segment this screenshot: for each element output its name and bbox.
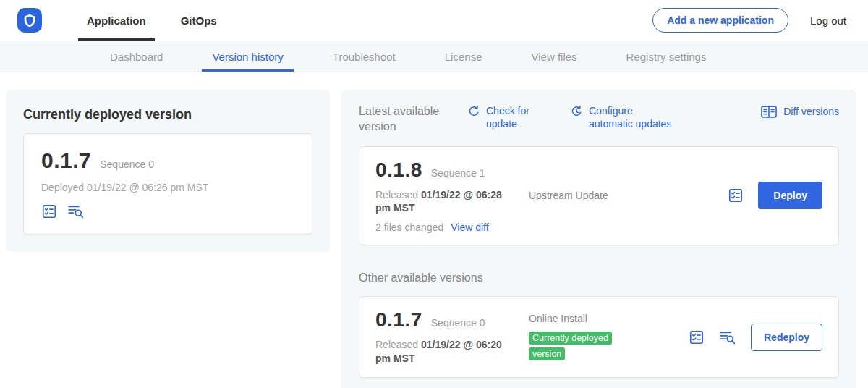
latest-version-number: 0.1.8 — [375, 159, 422, 182]
app-subnav: Dashboard Version history Troubleshoot L… — [0, 41, 868, 72]
release-notes-icon[interactable] — [728, 187, 744, 203]
files-changed-label: 2 files changed — [375, 222, 443, 233]
subnav-label-registry-settings: Registry settings — [626, 51, 707, 63]
check-for-update-label: Check for update — [486, 104, 538, 130]
subnav-item-dashboard[interactable]: Dashboard — [85, 41, 187, 72]
subnav-label-version-history: Version history — [212, 51, 283, 63]
top-navbar: Application GitOps Add a new application… — [0, 0, 868, 41]
refresh-icon — [467, 104, 480, 130]
release-notes-icon[interactable] — [689, 329, 705, 345]
diff-versions-action[interactable]: Diff versions — [760, 104, 839, 119]
tab-application[interactable]: Application — [69, 0, 163, 41]
latest-version-row: 0.1.8 Sequence 1 — [375, 159, 529, 182]
auto-update-clock-icon — [570, 104, 583, 130]
diff-versions-label: Diff versions — [783, 105, 839, 118]
check-for-update-action[interactable]: Check for update — [467, 104, 538, 130]
deployed-version-row: 0.1.7 Sequence 0 — [41, 148, 294, 173]
deployed-sequence-label: Sequence 0 — [100, 159, 154, 170]
tab-gitops-label: GitOps — [181, 14, 217, 27]
other-released-timestamp: Released 01/19/22 @ 06:20 pm MST — [375, 338, 513, 366]
view-logs-icon[interactable] — [67, 203, 85, 219]
latest-release-actions: Deploy — [728, 182, 822, 209]
subnav-item-version-history[interactable]: Version history — [187, 41, 307, 72]
latest-panel-header: Latest available version Check for updat… — [359, 104, 839, 135]
deployed-card-actions — [41, 203, 294, 219]
shield-logo-icon — [22, 12, 38, 28]
latest-release-info: 0.1.8 Sequence 1 Released 01/19/22 @ 06:… — [375, 159, 529, 234]
configure-updates-label: Configure automatic updates — [589, 104, 679, 130]
currently-deployed-title: Currently deployed version — [23, 107, 312, 122]
release-notes-icon[interactable] — [41, 203, 57, 219]
app-logo[interactable] — [17, 8, 42, 33]
deployed-badge-wrap: Currently deployed version — [529, 330, 624, 361]
other-versions-title: Other available versions — [359, 271, 839, 284]
subnav-label-dashboard: Dashboard — [110, 51, 163, 63]
configure-updates-action[interactable]: Configure automatic updates — [570, 104, 679, 130]
other-release-source: Online Install — [529, 313, 689, 324]
topnav-right: Add a new application Log out — [652, 8, 846, 33]
released-prefix: Released — [375, 189, 418, 201]
currently-deployed-badge: Currently deployed version — [529, 332, 612, 360]
subnav-item-view-files[interactable]: View files — [506, 41, 601, 72]
latest-available-title: Latest available version — [359, 104, 467, 135]
released-prefix: Released — [375, 339, 418, 350]
other-release-source-block: Online Install Currently deployed versio… — [529, 313, 689, 361]
subnav-label-view-files: View files — [531, 51, 576, 63]
other-version-number: 0.1.7 — [375, 308, 422, 332]
other-release-info: 0.1.7 Sequence 0 Released 01/19/22 @ 06:… — [375, 308, 529, 366]
deployed-timestamp: Deployed 01/19/22 @ 06:26 pm MST — [41, 182, 294, 193]
other-sequence-label: Sequence 0 — [431, 317, 485, 329]
redeploy-button[interactable]: Redeploy — [751, 324, 822, 351]
latest-release-source: Upstream Update — [529, 190, 728, 201]
other-release-card: 0.1.7 Sequence 0 Released 01/19/22 @ 06:… — [359, 296, 839, 378]
latest-release-card: 0.1.8 Sequence 1 Released 01/19/22 @ 06:… — [359, 146, 839, 246]
subnav-label-license: License — [445, 51, 482, 63]
deployed-version-number: 0.1.7 — [41, 148, 91, 173]
subnav-label-troubleshoot: Troubleshoot — [333, 51, 396, 63]
latest-released-timestamp: Released 01/19/22 @ 06:28 pm MST — [375, 188, 513, 216]
add-application-button[interactable]: Add a new application — [652, 8, 788, 33]
main-content: Currently deployed version 0.1.7 Sequenc… — [0, 72, 868, 388]
deployed-version-card: 0.1.7 Sequence 0 Deployed 01/19/22 @ 06:… — [23, 133, 312, 235]
files-changed-row: 2 files changed View diff — [375, 222, 529, 233]
latest-available-panel: Latest available version Check for updat… — [341, 90, 856, 388]
top-tabs: Application GitOps — [69, 0, 234, 41]
tab-gitops[interactable]: GitOps — [163, 0, 234, 41]
subnav-item-registry-settings[interactable]: Registry settings — [602, 41, 731, 72]
view-logs-icon[interactable] — [719, 329, 736, 345]
diff-table-icon — [760, 104, 778, 119]
tab-application-label: Application — [87, 14, 146, 27]
other-release-actions: Redeploy — [689, 324, 822, 351]
view-diff-link[interactable]: View diff — [451, 222, 488, 233]
subnav-item-license[interactable]: License — [420, 41, 507, 72]
currently-deployed-panel: Currently deployed version 0.1.7 Sequenc… — [6, 90, 330, 252]
deploy-button[interactable]: Deploy — [758, 182, 822, 209]
other-version-row: 0.1.7 Sequence 0 — [375, 308, 529, 332]
latest-sequence-label: Sequence 1 — [431, 167, 485, 179]
subnav-item-troubleshoot[interactable]: Troubleshoot — [308, 41, 420, 72]
logout-link[interactable]: Log out — [810, 14, 846, 27]
